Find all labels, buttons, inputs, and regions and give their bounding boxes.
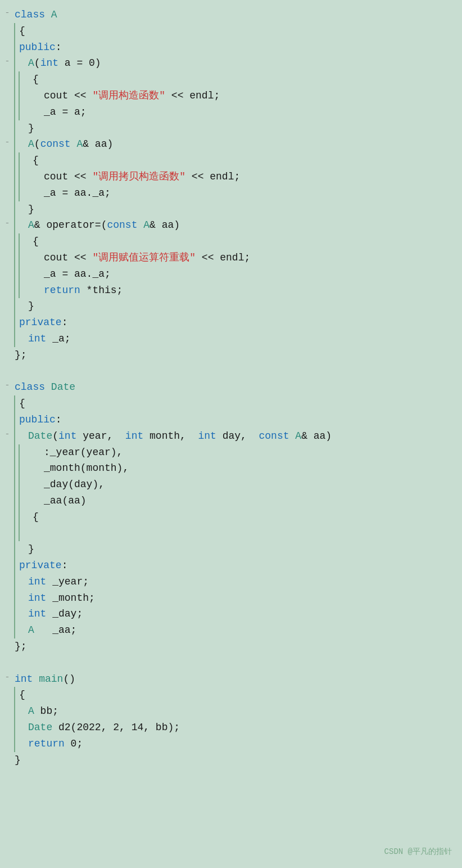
- vline-d3: [14, 428, 15, 444]
- vline-d10: [14, 493, 15, 509]
- code-public-date: public:: [17, 412, 453, 428]
- line-end-class-a: };: [2, 347, 453, 363]
- code-cbrace-dc: }: [17, 541, 453, 557]
- fold-date-constructor[interactable]: ⁻: [2, 430, 12, 442]
- vline-25: [19, 266, 20, 282]
- vline-d9: [19, 476, 20, 493]
- vline-4: [14, 71, 15, 88]
- line-aa-a2: _a = aa._a;: [2, 266, 453, 282]
- line-empty-dc: [2, 525, 453, 542]
- vline-10: [14, 120, 15, 137]
- code-blank-2: [12, 655, 453, 671]
- code-day: _day(day),: [21, 476, 453, 493]
- code-aa-a: _a = aa._a;: [21, 185, 453, 201]
- line-brace-cc: {: [2, 152, 453, 169]
- line-a-eq-a: _a = a;: [2, 104, 453, 120]
- code-year: :_year(year),: [21, 444, 453, 461]
- line-cout-2: cout << "调用拷贝构造函数" << endl;: [2, 169, 453, 185]
- code-int-day: int _day;: [17, 606, 453, 622]
- vline-d18: [14, 574, 15, 590]
- fold-copy-constructor[interactable]: ⁻: [2, 138, 12, 150]
- code-class-date: class Date: [12, 379, 453, 395]
- line-blank-2: [2, 655, 453, 671]
- code-end-class-date: };: [12, 638, 453, 655]
- vline-29: [14, 314, 15, 331]
- line-int-month: int _month;: [2, 590, 453, 606]
- vline-20: [14, 233, 15, 250]
- code-brace-1: {: [17, 23, 453, 39]
- vline-24: [14, 266, 15, 282]
- vline-m3: [14, 719, 15, 736]
- vline-d6: [14, 460, 15, 476]
- line-constructor-a1: ⁻ A(int a = 0): [2, 55, 453, 71]
- code-brace-op: {: [21, 233, 453, 250]
- code-date-d2: Date d2(2022, 2, 14, bb);: [17, 719, 453, 736]
- line-private-1: private:: [2, 314, 453, 331]
- code-brace-dc: {: [21, 509, 453, 525]
- vline-21: [19, 233, 20, 250]
- line-class-a: ⁻ class A: [2, 7, 453, 23]
- vline-13: [19, 152, 20, 169]
- vline-d13: [19, 509, 20, 525]
- code-cout-1: cout << "调用构造函数" << endl;: [21, 88, 453, 104]
- fold-constructor-a1[interactable]: ⁻: [2, 57, 12, 69]
- code-class-a: class A: [12, 7, 453, 23]
- vline-15: [19, 169, 20, 185]
- code-brace-main: {: [17, 687, 453, 703]
- code-return-this: return *this;: [21, 282, 453, 299]
- code-brace-date: {: [17, 395, 453, 412]
- code-constructor-a1: A(int a = 0): [17, 55, 453, 71]
- vline-m4: [14, 736, 15, 752]
- code-private-date: private:: [17, 557, 453, 574]
- vline-27: [19, 282, 20, 299]
- line-class-date: ⁻ class Date: [2, 379, 453, 395]
- code-int-month: int _month;: [17, 590, 453, 606]
- line-blank-1: [2, 363, 453, 380]
- line-brace-ca1: {: [2, 71, 453, 88]
- line-brace-op: {: [2, 233, 453, 250]
- line-brace-main: {: [2, 687, 453, 703]
- code-cbrace-main: }: [12, 752, 453, 768]
- code-copy-constructor: A(const A& aa): [17, 136, 453, 152]
- vline-18: [14, 201, 15, 218]
- vline-3: [14, 55, 15, 71]
- line-int-day: int _day;: [2, 606, 453, 622]
- fold-class-a[interactable]: ⁻: [2, 9, 12, 21]
- line-aa: _aa(aa): [2, 493, 453, 509]
- vline-23: [19, 250, 20, 266]
- vline-8: [14, 104, 15, 120]
- fold-class-date[interactable]: ⁻: [2, 381, 12, 393]
- line-a-bb: A bb;: [2, 703, 453, 719]
- code-brace-cc: {: [21, 152, 453, 169]
- fold-main[interactable]: ⁻: [2, 673, 12, 685]
- code-cout-2: cout << "调用拷贝构造函数" << endl;: [21, 169, 453, 185]
- vline-d8: [14, 476, 15, 493]
- code-month: _month(month),: [21, 460, 453, 476]
- code-main: int main(): [12, 671, 453, 687]
- code-brace-ca1: {: [21, 71, 453, 88]
- line-cbrace-ca1: }: [2, 120, 453, 137]
- vline-11: [14, 136, 15, 152]
- code-aa: _aa(aa): [21, 493, 453, 509]
- line-brace-dc: {: [2, 509, 453, 525]
- vline-d2: [14, 412, 15, 428]
- line-cout-3: cout << "调用赋值运算符重载" << endl;: [2, 250, 453, 266]
- vline-30: [14, 331, 15, 347]
- code-empty-dc: [21, 525, 453, 542]
- vline-14: [14, 169, 15, 185]
- vline-6: [14, 88, 15, 104]
- line-int-a: int _a;: [2, 331, 453, 347]
- line-date-constructor: ⁻ Date(int year, int month, int day, con…: [2, 428, 453, 444]
- vline-19: [14, 217, 15, 233]
- line-return-0: return 0;: [2, 736, 453, 752]
- fold-operator-eq[interactable]: ⁻: [2, 219, 12, 231]
- vline-12: [14, 152, 15, 169]
- vline-d4: [14, 444, 15, 461]
- line-end-class-date: };: [2, 638, 453, 655]
- vline-d5: [19, 444, 20, 461]
- line-return-this: return *this;: [2, 282, 453, 299]
- vline-5: [19, 71, 20, 88]
- line-brace-1: {: [2, 23, 453, 39]
- line-date-d2: Date d2(2022, 2, 14, bb);: [2, 719, 453, 736]
- vline-d16: [14, 541, 15, 557]
